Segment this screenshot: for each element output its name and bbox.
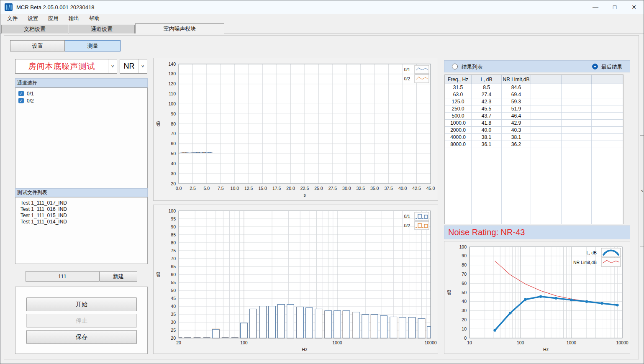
table-cell — [531, 148, 562, 155]
table-cell — [562, 162, 592, 169]
menu-item-4[interactable]: 输出 — [64, 14, 84, 23]
table-row[interactable]: 500.043.746.4 — [445, 113, 623, 120]
maximize-button[interactable]: □ — [605, 0, 624, 14]
chevron-down-icon[interactable]: ˅ — [138, 59, 147, 73]
table-cell — [531, 98, 562, 105]
test-type-select[interactable]: 房间本底噪声测试 ˅ — [15, 59, 117, 74]
table-filler-row — [445, 205, 623, 212]
test-file-item[interactable]: Test 1_111_017_IND — [21, 200, 147, 206]
svg-text:140: 140 — [168, 62, 176, 67]
svg-text:32.5: 32.5 — [357, 186, 365, 191]
svg-text:40: 40 — [462, 299, 467, 304]
svg-text:30.0: 30.0 — [342, 186, 351, 191]
table-cell — [562, 134, 592, 141]
file-prefix-input[interactable] — [26, 271, 99, 282]
close-button[interactable]: ✕ — [624, 0, 644, 14]
svg-text:1000: 1000 — [332, 340, 342, 345]
svg-text:60: 60 — [171, 141, 176, 146]
rating-type-select[interactable]: NR ˅ — [120, 59, 147, 74]
table-cell — [472, 155, 502, 162]
table-row[interactable]: 4000.038.138.1 — [445, 134, 623, 141]
table-cell: 36.2 — [502, 141, 531, 148]
table-cell: 1000.0 — [445, 120, 472, 126]
table-cell — [502, 205, 531, 212]
svg-text:37.5: 37.5 — [384, 186, 393, 191]
table-cell — [592, 205, 623, 212]
svg-text:1000: 1000 — [567, 340, 577, 345]
svg-text:110: 110 — [169, 91, 176, 96]
table-cell — [562, 91, 592, 98]
noise-rating-banner: Noise Rating: NR-43 — [444, 226, 630, 239]
table-row[interactable]: 250.045.551.9 — [445, 105, 623, 113]
table-cell — [472, 212, 502, 219]
checkbox-checked-icon[interactable]: ✓ — [18, 91, 24, 96]
channel-select-header: 通道选择 — [15, 78, 148, 87]
table-cell — [472, 198, 502, 205]
svg-text:dB: dB — [156, 121, 161, 127]
tab-1[interactable]: 文档设置 — [1, 25, 68, 33]
menu-item-5[interactable]: 帮助 — [84, 14, 105, 23]
table-filler-row — [445, 169, 623, 177]
table-filler-row — [445, 162, 623, 169]
table-cell: 2000.0 — [445, 127, 472, 133]
svg-text:50: 50 — [462, 290, 467, 295]
table-row[interactable]: 8000.036.136.2 — [445, 141, 623, 148]
test-file-item[interactable]: Test 1_111_016_IND — [21, 206, 147, 213]
test-file-list: Test 1_111_017_INDTest 1_111_016_INDTest… — [15, 197, 148, 264]
table-cell — [445, 198, 472, 205]
svg-text:40: 40 — [171, 304, 176, 309]
collapse-panel-button[interactable]: < — [640, 135, 644, 246]
save-button[interactable]: 保存 — [26, 330, 137, 344]
table-cell — [472, 162, 502, 169]
table-cell — [472, 184, 502, 191]
svg-text:35: 35 — [171, 312, 176, 317]
table-cell — [592, 105, 623, 112]
table-cell — [592, 91, 623, 98]
svg-text:25.0: 25.0 — [314, 186, 323, 191]
channel-item[interactable]: ✓0/2 — [18, 97, 147, 104]
svg-text:0: 0 — [464, 336, 467, 341]
menu-item-1[interactable]: 文件 — [2, 14, 23, 23]
new-button[interactable]: 新建 — [99, 271, 137, 282]
channel-item[interactable]: ✓0/1 — [18, 90, 147, 97]
last-result-radio[interactable] — [592, 64, 598, 69]
tab-2[interactable]: 通道设置 — [69, 25, 135, 33]
svg-text:42.5: 42.5 — [412, 186, 421, 191]
test-file-item[interactable]: Test 1_111_015_IND — [21, 213, 147, 219]
minimize-button[interactable]: — — [586, 0, 605, 14]
svg-text:80: 80 — [171, 240, 176, 245]
svg-text:20.0: 20.0 — [286, 186, 295, 191]
menu-item-3[interactable]: 应用 — [43, 14, 64, 23]
start-button[interactable]: 开始 — [26, 297, 137, 311]
table-cell — [445, 155, 472, 162]
checkbox-checked-icon[interactable]: ✓ — [18, 98, 24, 103]
subtab-2[interactable]: 测量 — [65, 40, 121, 51]
table-filler-row — [445, 184, 623, 191]
nr-chart-panel: 010203040506070809010010100100010000HzdB… — [444, 241, 630, 354]
menu-item-2[interactable]: 设置 — [23, 14, 43, 23]
table-filler-row — [445, 191, 623, 198]
svg-text:Hz: Hz — [302, 347, 308, 352]
table-filler-row — [445, 219, 623, 224]
table-row[interactable]: 2000.040.040.3 — [445, 127, 623, 134]
test-file-item[interactable]: Test 1_111_014_IND — [21, 219, 147, 225]
svg-text:7.5: 7.5 — [218, 186, 224, 191]
results-mode-strip: 结果列表 最后结果 — [444, 60, 630, 72]
table-cell — [592, 120, 623, 126]
tab-3[interactable]: 室内噪声模块 — [135, 23, 224, 33]
stop-button: 停止 — [26, 314, 137, 328]
table-cell — [502, 212, 531, 219]
table-row[interactable]: 1000.041.842.9 — [445, 120, 623, 127]
results-list-radio[interactable] — [452, 64, 458, 69]
table-row[interactable]: 63.027.469.4 — [445, 91, 623, 98]
chevron-down-icon[interactable]: ˅ — [108, 59, 117, 73]
results-list-label: 结果列表 — [462, 64, 482, 71]
title-bar: MCR Beta 2.05.0.001 20230418 — □ ✕ — [0, 0, 644, 14]
table-cell — [502, 191, 531, 198]
table-row[interactable]: 31.58.584.6 — [445, 84, 623, 91]
table-filler-row — [445, 177, 623, 184]
svg-text:50: 50 — [171, 151, 176, 156]
svg-text:85: 85 — [171, 232, 176, 237]
subtab-1[interactable]: 设置 — [10, 40, 65, 51]
table-row[interactable]: 125.042.359.3 — [445, 98, 623, 105]
